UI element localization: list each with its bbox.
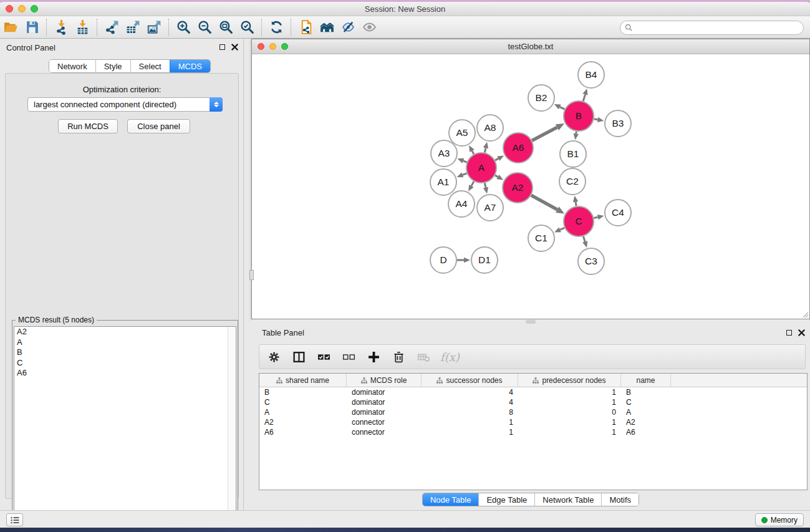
table-cell: 1 [422,418,518,427]
left-splitter-handle[interactable] [249,270,254,280]
column-label: predecessor nodes [542,376,605,385]
tab-network-table[interactable]: Network Table [534,493,601,506]
table-row[interactable]: A6connector11A6 [259,427,807,437]
tab-network[interactable]: Network [49,60,95,72]
graph-edge-A-A8[interactable] [485,148,486,152]
close-panel-button[interactable]: Close panel [127,119,190,133]
run-mcds-button[interactable]: Run MCDS [58,119,118,133]
result-item[interactable]: C [14,358,236,369]
table-row[interactable]: Adominator80A [259,407,807,417]
show-all-networks-icon[interactable] [316,18,337,37]
network-view-window: testGlobe.txt B4B2BB3A5A8A6B1A3AC2A1A2A4… [251,39,810,319]
close-table-panel-icon[interactable] [798,329,805,336]
memory-status-icon [761,517,768,523]
open-session-icon[interactable] [0,18,21,37]
graph-edge-C-C2[interactable] [576,202,576,206]
result-item[interactable]: A [14,337,236,348]
column-header-shared-name[interactable]: shared name [259,374,347,387]
control-panel: Control Panel NetworkStyleSelectMCDS Opt… [0,39,244,510]
float-table-panel-icon[interactable] [785,329,793,336]
save-session-icon[interactable] [21,18,42,37]
graph-edge-A-A2[interactable] [495,175,498,177]
export-network-icon[interactable] [101,18,122,37]
export-image-icon[interactable] [143,18,165,37]
optimization-criterion-select[interactable]: largest connected component (directed) [27,97,223,112]
zoom-fit-icon[interactable] [215,18,236,37]
graph-edge-C-C3[interactable] [583,236,585,242]
table-cell: A [621,408,671,417]
column-header-predecessor-nodes[interactable]: predecessor nodes [518,374,621,387]
graph-edge-A-A7[interactable] [485,183,486,187]
graph-edge-A-A1[interactable] [463,173,467,175]
graph-edge-A-A5[interactable] [472,151,474,154]
apply-function-icon[interactable]: f(x) [440,351,460,364]
result-scrollbar[interactable] [228,327,236,531]
memory-button[interactable]: Memory [755,513,804,526]
horizontal-splitter[interactable] [251,319,810,324]
new-network-from-file-icon[interactable] [295,18,316,37]
toolbar-separator [291,19,291,36]
tab-motifs[interactable]: Motifs [601,493,639,506]
settings-gear-icon[interactable] [266,349,282,365]
table-row[interactable]: Bdominator41B [259,387,807,397]
table-row[interactable]: A2connector11A2 [259,417,807,427]
tab-style[interactable]: Style [95,60,130,72]
window-resize-grip[interactable] [801,311,809,318]
graph-edge-B-B1[interactable] [576,132,577,134]
graph-node-label: B [576,110,582,121]
table-cell: connector [347,428,422,437]
select-all-rows-icon[interactable] [316,349,332,365]
add-column-icon[interactable] [365,349,382,365]
splitter-grip[interactable] [526,320,536,324]
graph-edge-A-A3[interactable] [463,161,467,162]
tab-edge-table[interactable]: Edge Table [478,493,534,506]
delete-table-icon[interactable] [415,349,432,365]
close-panel-icon[interactable] [231,43,238,51]
table-cell: C [621,398,671,407]
refresh-icon[interactable] [266,18,287,37]
result-item[interactable]: A2 [14,327,236,337]
tab-node-table[interactable]: Node Table [423,493,479,506]
zoom-selected-icon[interactable] [236,18,258,37]
graph-edge-A-A6[interactable] [495,158,498,160]
mcds-result-list: A2ABCA6 [14,326,236,532]
show-panel-eye-icon[interactable] [359,18,380,37]
network-window-titlebar[interactable]: testGlobe.txt [252,39,809,54]
tab-select[interactable]: Select [130,60,170,72]
toggle-columns-icon[interactable] [291,349,307,365]
graph-edge-B-B3[interactable] [594,119,598,120]
zoom-in-icon[interactable] [173,18,194,37]
hide-panels-icon[interactable] [337,18,359,37]
table-cell: 1 [518,428,621,437]
graph-node-label: A [478,162,485,173]
task-history-button[interactable] [6,513,23,526]
network-canvas[interactable]: B4B2BB3A5A8A6B1A3AC2A1A2A4A7C4CC1C3DD1 [252,54,809,319]
network-window-title: testGlobe.txt [252,42,809,51]
result-item[interactable]: A6 [14,368,236,379]
graph-edge-A6-B[interactable] [532,127,557,140]
tab-mcds[interactable]: MCDS [170,60,210,72]
result-item[interactable]: B [14,347,236,358]
table-cell: dominator [347,408,422,417]
graph-edge-A2-C[interactable] [531,195,557,210]
table-cell: A2 [621,418,671,427]
zoom-out-icon[interactable] [194,18,215,37]
float-panel-icon[interactable] [218,43,226,51]
graph-edge-C-C4[interactable] [594,217,597,218]
import-table-icon[interactable] [72,18,93,37]
import-network-icon[interactable] [51,18,72,37]
column-header-name[interactable]: name [621,374,671,387]
graph-edge-B-B2[interactable] [560,107,565,109]
column-header-successor-nodes[interactable]: successor nodes [422,374,518,387]
graph-edge-C-C1[interactable] [560,228,564,230]
optimization-criterion-label: Optimization criterion: [6,85,238,94]
export-table-icon[interactable] [122,18,143,37]
search-input[interactable] [633,21,803,34]
delete-column-icon[interactable] [390,349,407,365]
column-header-mcds-role[interactable]: MCDS role [347,374,422,387]
graph-edge-A-A4[interactable] [471,181,474,186]
graph-edge-B-B4[interactable] [583,95,585,101]
node-table: shared nameMCDS rolesuccessor nodesprede… [259,373,808,490]
deselect-all-rows-icon[interactable] [340,349,357,365]
table-row[interactable]: Cdominator41C [259,397,807,407]
